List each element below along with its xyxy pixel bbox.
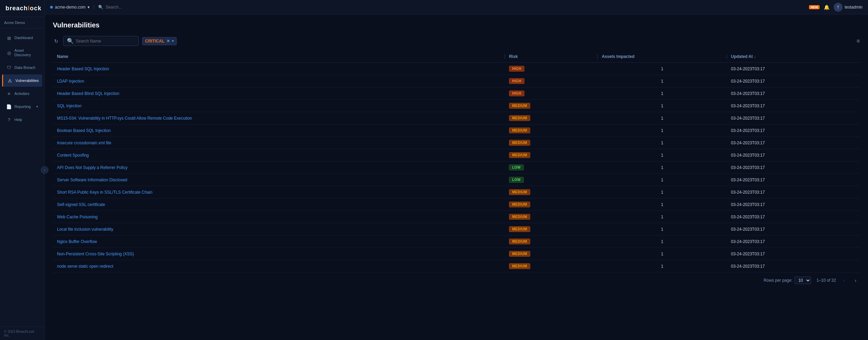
vuln-link-9[interactable]: Server Software Information Disclosed <box>57 178 127 182</box>
vuln-link-0[interactable]: Header Based SQL Injection <box>57 66 109 71</box>
table-row[interactable]: Header Based SQL Injection HIGH 1 03-24-… <box>53 63 860 75</box>
col-header-assets: Assets Impacted <box>598 51 727 63</box>
vuln-link-15[interactable]: Non-Persistent Cross-Site Scripting (XSS… <box>57 252 134 256</box>
rows-per-page-select[interactable]: 10 25 50 <box>795 277 811 284</box>
sidebar-item-help[interactable]: ? Help <box>2 113 42 126</box>
row-assets-13: 1 <box>598 223 727 235</box>
col-header-updated[interactable]: Updated At↓ <box>727 51 860 63</box>
user-menu[interactable]: T testadmin <box>834 3 863 12</box>
notifications-icon[interactable]: 🔔 <box>824 4 830 10</box>
table-row[interactable]: Boolean Based SQL Injection MEDIUM 1 03-… <box>53 124 860 137</box>
table-row[interactable]: Nginx Buffer Overflow MEDIUM 1 03-24-202… <box>53 235 860 248</box>
columns-toggle-button[interactable]: ≡ <box>857 38 860 44</box>
row-assets-5: 1 <box>598 124 727 137</box>
vuln-link-2[interactable]: Header Based Blind SQL Injection <box>57 91 119 96</box>
vuln-link-16[interactable]: node serve static open redirect <box>57 264 113 269</box>
topbar-search-icon: 🔍 <box>98 5 103 10</box>
vuln-link-6[interactable]: Insecure crossdomain.xml file <box>57 141 111 145</box>
row-assets-14: 1 <box>598 235 727 248</box>
row-date-10: 03-24-2023T03:17 <box>727 186 860 198</box>
refresh-button[interactable]: ↻ <box>53 37 60 45</box>
table-row[interactable]: Self-signed SSL certificate MEDIUM 1 03-… <box>53 198 860 211</box>
row-date-8: 03-24-2023T03:17 <box>727 161 860 174</box>
filter-label: CRITICAL <box>145 39 164 44</box>
sidebar-item-reporting[interactable]: 📄 Reporting ▾ <box>2 100 42 113</box>
vuln-link-4[interactable]: MS15-034: Vulnerability in HTTP.sys Coul… <box>57 116 192 121</box>
domain-status-dot <box>50 6 53 9</box>
sidebar: breachlock Acme Demo ⊞ Dashboard ◎ Asset… <box>0 0 45 340</box>
risk-badge-10: MEDIUM <box>509 189 530 195</box>
row-risk-3: MEDIUM <box>505 100 598 112</box>
row-risk-4: MEDIUM <box>505 112 598 124</box>
table-row[interactable]: API Does Not Supply a Referrer Policy LO… <box>53 161 860 174</box>
sidebar-item-dashboard[interactable]: ⊞ Dashboard <box>2 32 42 44</box>
row-risk-2: HIGH <box>505 87 598 100</box>
domain-selector[interactable]: acme-demo.com ▾ <box>50 5 94 10</box>
row-date-7: 03-24-2023T03:17 <box>727 149 860 161</box>
table-row[interactable]: node serve static open redirect MEDIUM 1… <box>53 260 860 272</box>
pagination-prev-button[interactable]: ‹ <box>842 277 847 284</box>
table-row[interactable]: LDAP Injection HIGH 1 03-24-2023T03:17 <box>53 75 860 87</box>
table-row[interactable]: Insecure crossdomain.xml file MEDIUM 1 0… <box>53 137 860 149</box>
row-name-4: MS15-034: Vulnerability in HTTP.sys Coul… <box>53 112 505 124</box>
vuln-link-14[interactable]: Nginx Buffer Overflow <box>57 239 97 244</box>
risk-badge-6: MEDIUM <box>509 140 530 146</box>
sidebar-collapse-button[interactable]: ‹ <box>41 166 48 174</box>
row-name-3: SQL Injection <box>53 100 505 112</box>
vulnerabilities-table: Name Risk Assets Impacted Updated At↓ He… <box>53 51 860 272</box>
filter-close-button[interactable]: ✕ <box>166 39 170 44</box>
row-name-10: Short RSA Public Keys in SSL/TLS Certifi… <box>53 186 505 198</box>
sidebar-item-activities[interactable]: ≡ Activities <box>2 87 42 100</box>
table-row[interactable]: MS15-034: Vulnerability in HTTP.sys Coul… <box>53 112 860 124</box>
row-date-1: 03-24-2023T03:17 <box>727 75 860 87</box>
search-name-input[interactable] <box>76 39 135 44</box>
table-row[interactable]: Header Based Blind SQL Injection HIGH 1 … <box>53 87 860 100</box>
risk-badge-14: MEDIUM <box>509 239 530 244</box>
topbar: acme-demo.com ▾ 🔍 NEW 🔔 T testadmin <box>45 0 868 14</box>
row-assets-15: 1 <box>598 248 727 260</box>
row-name-5: Boolean Based SQL Injection <box>53 124 505 137</box>
row-name-16: node serve static open redirect <box>53 260 505 272</box>
new-badge: NEW <box>809 5 820 9</box>
row-risk-0: HIGH <box>505 63 598 75</box>
table-row[interactable]: SQL Injection MEDIUM 1 03-24-2023T03:17 <box>53 100 860 112</box>
table-body: Header Based SQL Injection HIGH 1 03-24-… <box>53 63 860 272</box>
pagination-next-button[interactable]: › <box>853 277 858 284</box>
vuln-link-13[interactable]: Local file inclusion vulnerability <box>57 227 113 232</box>
nav-icon-vulnerabilities: ⚠ <box>7 78 13 83</box>
vuln-link-11[interactable]: Self-signed SSL certificate <box>57 202 105 207</box>
avatar: T <box>834 3 843 12</box>
table-row[interactable]: Web Cache Poisoning MEDIUM 1 03-24-2023T… <box>53 211 860 223</box>
row-assets-16: 1 <box>598 260 727 272</box>
table-row[interactable]: Non-Persistent Cross-Site Scripting (XSS… <box>53 248 860 260</box>
filter-expand-button[interactable]: ▾ <box>172 39 174 43</box>
topbar-search-input[interactable] <box>105 5 805 10</box>
pagination-info: 1–10 of 32 <box>817 278 836 283</box>
row-date-15: 03-24-2023T03:17 <box>727 248 860 260</box>
table-row[interactable]: Local file inclusion vulnerability MEDIU… <box>53 223 860 235</box>
vuln-link-7[interactable]: Content Spoofing <box>57 153 89 158</box>
vuln-link-5[interactable]: Boolean Based SQL Injection <box>57 128 111 133</box>
row-risk-7: MEDIUM <box>505 149 598 161</box>
vuln-link-1[interactable]: LDAP Injection <box>57 79 84 84</box>
domain-dropdown-icon[interactable]: ▾ <box>88 5 90 10</box>
table-row[interactable]: Short RSA Public Keys in SSL/TLS Certifi… <box>53 186 860 198</box>
row-name-6: Insecure crossdomain.xml file <box>53 137 505 149</box>
vuln-link-10[interactable]: Short RSA Public Keys in SSL/TLS Certifi… <box>57 190 152 195</box>
sidebar-item-vulnerabilities[interactable]: ⚠ Vulnerabilities <box>2 74 42 87</box>
vuln-link-12[interactable]: Web Cache Poisoning <box>57 215 98 219</box>
sidebar-item-asset-discovery[interactable]: ◎ Asset Discovery <box>2 45 42 61</box>
main-content: acme-demo.com ▾ 🔍 NEW 🔔 T testadmin Vuln… <box>45 0 868 340</box>
vuln-link-3[interactable]: SQL Injection <box>57 104 82 108</box>
risk-badge-11: MEDIUM <box>509 202 530 207</box>
row-date-0: 03-24-2023T03:17 <box>727 63 860 75</box>
table-row[interactable]: Content Spoofing MEDIUM 1 03-24-2023T03:… <box>53 149 860 161</box>
vuln-link-8[interactable]: API Does Not Supply a Referrer Policy <box>57 165 127 170</box>
table-row[interactable]: Server Software Information Disclosed LO… <box>53 174 860 186</box>
risk-badge-9: LOW <box>509 177 524 183</box>
row-date-14: 03-24-2023T03:17 <box>727 235 860 248</box>
sidebar-item-data-breach[interactable]: 🛡 Data Breach <box>2 61 42 74</box>
row-date-5: 03-24-2023T03:17 <box>727 124 860 137</box>
row-date-13: 03-24-2023T03:17 <box>727 223 860 235</box>
row-risk-14: MEDIUM <box>505 235 598 248</box>
